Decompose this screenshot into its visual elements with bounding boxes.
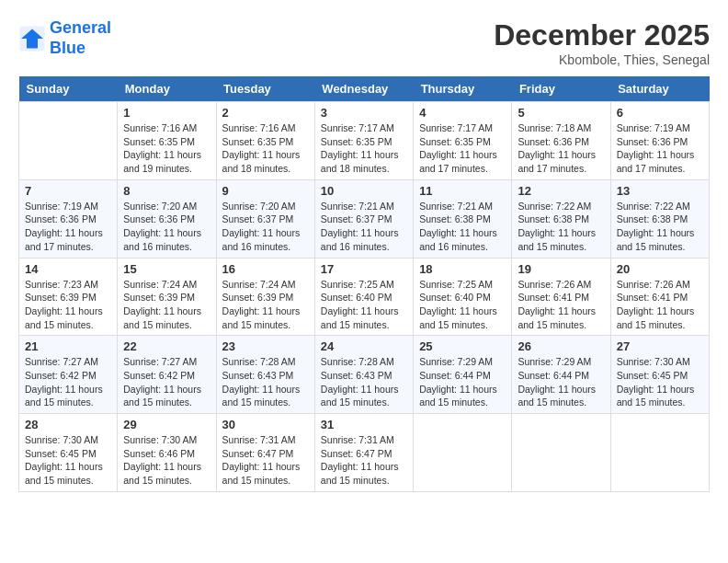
day-info: Sunrise: 7:22 AMSunset: 6:38 PMDaylight:… [617,200,703,254]
day-number: 6 [617,106,703,120]
day-info: Sunrise: 7:16 AMSunset: 6:35 PMDaylight:… [222,121,309,176]
header: General Blue December 2025 Kbombole, Thi… [18,18,710,67]
calendar-cell: 18Sunrise: 7:25 AMSunset: 6:40 PMDayligh… [414,258,512,336]
day-info: Sunrise: 7:25 AMSunset: 6:40 PMDaylight:… [419,278,506,332]
calendar-cell: 7Sunrise: 7:19 AMSunset: 6:36 PMDaylight… [19,179,118,258]
day-number: 30 [222,418,309,431]
day-number: 4 [419,106,506,120]
week-row-2: 7Sunrise: 7:19 AMSunset: 6:36 PMDaylight… [19,179,710,258]
day-info: Sunrise: 7:24 AMSunset: 6:39 PMDaylight:… [222,278,309,332]
day-info: Sunrise: 7:20 AMSunset: 6:36 PMDaylight:… [123,200,210,254]
week-row-3: 14Sunrise: 7:23 AMSunset: 6:39 PMDayligh… [19,258,710,336]
day-number: 29 [123,418,210,431]
day-number: 24 [321,339,407,353]
calendar-cell [512,414,610,492]
calendar-cell: 12Sunrise: 7:22 AMSunset: 6:38 PMDayligh… [512,179,610,258]
calendar-cell: 26Sunrise: 7:29 AMSunset: 6:44 PMDayligh… [512,336,610,414]
day-info: Sunrise: 7:21 AMSunset: 6:37 PMDaylight:… [321,200,407,254]
calendar: SundayMondayTuesdayWednesdayThursdayFrid… [18,76,710,492]
calendar-cell: 19Sunrise: 7:26 AMSunset: 6:41 PMDayligh… [512,258,610,336]
day-number: 11 [419,184,506,198]
day-info: Sunrise: 7:17 AMSunset: 6:35 PMDaylight:… [321,121,407,176]
day-info: Sunrise: 7:30 AMSunset: 6:46 PMDaylight:… [123,433,210,488]
logo-blue: Blue [50,39,85,57]
day-number: 3 [321,106,407,120]
calendar-cell [19,102,118,180]
day-number: 17 [321,262,407,276]
day-info: Sunrise: 7:30 AMSunset: 6:45 PMDaylight:… [617,355,703,409]
day-info: Sunrise: 7:31 AMSunset: 6:47 PMDaylight:… [222,433,309,488]
header-tuesday: Tuesday [216,76,314,102]
calendar-cell: 15Sunrise: 7:24 AMSunset: 6:39 PMDayligh… [118,258,216,336]
day-number: 20 [617,262,703,276]
calendar-cell: 14Sunrise: 7:23 AMSunset: 6:39 PMDayligh… [19,258,118,336]
calendar-cell: 9Sunrise: 7:20 AMSunset: 6:37 PMDaylight… [216,179,314,258]
week-row-4: 21Sunrise: 7:27 AMSunset: 6:42 PMDayligh… [19,336,710,414]
day-info: Sunrise: 7:28 AMSunset: 6:43 PMDaylight:… [222,355,309,409]
day-number: 16 [222,262,309,276]
header-friday: Friday [512,76,610,102]
day-info: Sunrise: 7:25 AMSunset: 6:40 PMDaylight:… [321,278,407,332]
calendar-cell: 21Sunrise: 7:27 AMSunset: 6:42 PMDayligh… [19,336,118,414]
day-number: 7 [25,184,111,198]
day-number: 22 [123,339,210,353]
day-number: 1 [123,106,210,120]
day-info: Sunrise: 7:26 AMSunset: 6:41 PMDaylight:… [518,278,604,332]
day-number: 31 [321,418,407,431]
day-info: Sunrise: 7:30 AMSunset: 6:45 PMDaylight:… [25,433,111,488]
header-thursday: Thursday [414,76,512,102]
calendar-header-row: SundayMondayTuesdayWednesdayThursdayFrid… [19,76,710,102]
day-number: 2 [222,106,309,120]
calendar-cell: 25Sunrise: 7:29 AMSunset: 6:44 PMDayligh… [414,336,512,414]
day-number: 27 [617,339,703,353]
day-info: Sunrise: 7:23 AMSunset: 6:39 PMDaylight:… [25,278,111,332]
day-info: Sunrise: 7:19 AMSunset: 6:36 PMDaylight:… [25,200,111,254]
calendar-cell: 16Sunrise: 7:24 AMSunset: 6:39 PMDayligh… [216,258,314,336]
day-info: Sunrise: 7:28 AMSunset: 6:43 PMDaylight:… [321,355,407,409]
day-number: 10 [321,184,407,198]
calendar-cell: 23Sunrise: 7:28 AMSunset: 6:43 PMDayligh… [216,336,314,414]
day-number: 21 [25,339,111,353]
day-info: Sunrise: 7:20 AMSunset: 6:37 PMDaylight:… [222,200,309,254]
day-info: Sunrise: 7:29 AMSunset: 6:44 PMDaylight:… [518,355,604,409]
title-area: December 2025 Kbombole, Thies, Senegal [494,18,710,67]
calendar-cell: 27Sunrise: 7:30 AMSunset: 6:45 PMDayligh… [610,336,709,414]
calendar-cell: 13Sunrise: 7:22 AMSunset: 6:38 PMDayligh… [610,179,709,258]
day-number: 25 [419,339,506,353]
logo-icon [18,25,46,52]
day-info: Sunrise: 7:22 AMSunset: 6:38 PMDaylight:… [518,200,604,254]
day-info: Sunrise: 7:27 AMSunset: 6:42 PMDaylight:… [25,355,111,409]
day-info: Sunrise: 7:19 AMSunset: 6:36 PMDaylight:… [617,121,703,176]
header-sunday: Sunday [19,76,118,102]
calendar-cell: 2Sunrise: 7:16 AMSunset: 6:35 PMDaylight… [216,102,314,180]
day-number: 13 [617,184,703,198]
day-info: Sunrise: 7:26 AMSunset: 6:41 PMDaylight:… [617,278,703,332]
day-number: 14 [25,262,111,276]
day-number: 5 [518,106,604,120]
logo-general: General [50,18,111,37]
calendar-cell: 24Sunrise: 7:28 AMSunset: 6:43 PMDayligh… [314,336,413,414]
day-number: 9 [222,184,309,198]
calendar-cell: 1Sunrise: 7:16 AMSunset: 6:35 PMDaylight… [118,102,216,180]
calendar-cell: 4Sunrise: 7:17 AMSunset: 6:35 PMDaylight… [414,102,512,180]
day-info: Sunrise: 7:21 AMSunset: 6:38 PMDaylight:… [419,200,506,254]
day-number: 8 [123,184,210,198]
calendar-cell: 6Sunrise: 7:19 AMSunset: 6:36 PMDaylight… [610,102,709,180]
day-number: 12 [518,184,604,198]
day-number: 28 [25,418,111,431]
day-info: Sunrise: 7:17 AMSunset: 6:35 PMDaylight:… [419,121,506,176]
day-info: Sunrise: 7:29 AMSunset: 6:44 PMDaylight:… [419,355,506,409]
calendar-cell: 22Sunrise: 7:27 AMSunset: 6:42 PMDayligh… [118,336,216,414]
calendar-cell: 28Sunrise: 7:30 AMSunset: 6:45 PMDayligh… [19,414,118,492]
day-number: 18 [419,262,506,276]
header-wednesday: Wednesday [314,76,413,102]
week-row-5: 28Sunrise: 7:30 AMSunset: 6:45 PMDayligh… [19,414,710,492]
calendar-cell: 5Sunrise: 7:18 AMSunset: 6:36 PMDaylight… [512,102,610,180]
calendar-cell: 29Sunrise: 7:30 AMSunset: 6:46 PMDayligh… [118,414,216,492]
day-number: 26 [518,339,604,353]
calendar-cell: 11Sunrise: 7:21 AMSunset: 6:38 PMDayligh… [414,179,512,258]
week-row-1: 1Sunrise: 7:16 AMSunset: 6:35 PMDaylight… [19,102,710,180]
day-number: 23 [222,339,309,353]
day-info: Sunrise: 7:18 AMSunset: 6:36 PMDaylight:… [518,121,604,176]
location: Kbombole, Thies, Senegal [494,52,710,67]
